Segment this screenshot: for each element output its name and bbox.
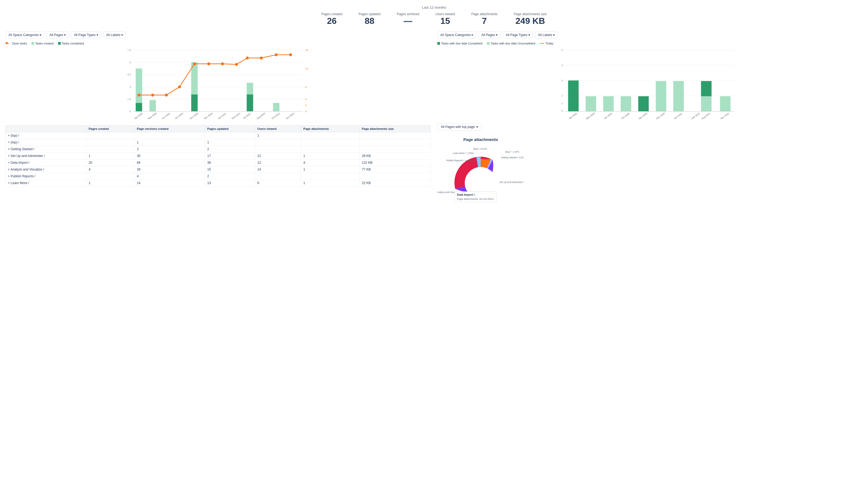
cell-page_versions [134, 132, 205, 139]
left-filter-space-categories[interactable]: All Space Categories ▾ [5, 31, 44, 38]
cell-name: + (top) / [6, 139, 87, 146]
cell-users_viewed [255, 146, 301, 153]
cell-name: + Data Import / [6, 159, 87, 166]
bar-created-may2020 [150, 100, 156, 111]
stat-pages-archived-value: — [397, 16, 420, 26]
right-legend: Tasks with due date Completed Tasks with… [437, 42, 863, 45]
svg-text:Dec 2020: Dec 2020 [656, 112, 665, 120]
bar-created-oct2022 [273, 103, 279, 111]
svg-text:3: 3 [561, 79, 563, 82]
stat-pages-updated-label: Pages updated [359, 12, 380, 16]
pie-dropdown[interactable]: All Pages with top page ▾ [437, 123, 482, 131]
svg-text:Oct 2020: Oct 2020 [621, 112, 630, 120]
pie-label-set-up: Set Up and Administer /: 30.61% [499, 181, 524, 184]
right-filter-space-categories[interactable]: All Space Categories ▾ [437, 31, 476, 38]
rbar-uncomp-nov2022 [720, 96, 731, 111]
svg-text:7.5: 7.5 [127, 48, 131, 52]
right-panel: All Space Categories ▾ All Pages ▾ All P… [437, 31, 863, 216]
pie-chart-svg: Page attachments [437, 135, 524, 216]
stat-page-attachments: Page attachments 7 [471, 12, 497, 26]
dot-nov2022 [289, 54, 292, 56]
left-filter-pages[interactable]: All Pages ▾ [46, 31, 69, 38]
stat-pa-size: Page attachments size 249 KB [514, 12, 547, 26]
legend-due-completed: Tasks with due date Completed [437, 42, 483, 45]
cell-pages_updated: 13 [205, 180, 255, 187]
svg-text:Nov 2020: Nov 2020 [189, 112, 199, 120]
left-chart: 7.5 6 4.5 3 1.5 0 15 12 9 6 3 0 [5, 47, 431, 123]
cell-pages_created [86, 146, 134, 153]
table-row: + Learn More /114136122 KB [6, 180, 431, 187]
svg-text:1: 1 [561, 102, 563, 105]
stat-pages-archived: Pages archived — [397, 12, 420, 26]
cell-name: + Publish Reports / [6, 173, 87, 180]
col-header-users-viewed: Users viewed [255, 126, 301, 132]
legend-tasks-completed: Tasks completed [58, 42, 84, 45]
svg-text:3: 3 [130, 86, 131, 88]
legend-open-tasks: Open tasks [5, 42, 27, 45]
cell-users_viewed [255, 173, 301, 180]
cell-pa_size: 22 KB [360, 180, 431, 187]
cell-page_attachments [301, 139, 360, 146]
stat-pages-created: Pages created 26 [321, 12, 342, 26]
legend-today: Today [539, 42, 553, 45]
dot-nov2020 [193, 62, 196, 65]
cell-pages_created: 1 [86, 180, 134, 187]
svg-text:4.5: 4.5 [127, 73, 131, 76]
right-filter-pages[interactable]: All Pages ▾ [478, 31, 500, 38]
cell-pages_updated [205, 132, 255, 139]
right-chart-svg: 5 4 3 2 0 1 [437, 47, 863, 123]
cell-page_versions: 84 [134, 159, 205, 166]
svg-text:Apr 2020: Apr 2020 [568, 112, 578, 120]
left-filter-page-types[interactable]: All Page Types ▾ [71, 31, 101, 38]
cell-name: + (top) / [6, 132, 87, 139]
cell-pa_size [360, 173, 431, 180]
rbar-uncomp-jan2021 [673, 81, 684, 111]
cell-pa_size [360, 139, 431, 146]
right-filter-labels[interactable]: All Labels ▾ [535, 31, 558, 38]
legend-tasks-created-label: Tasks created [35, 42, 54, 45]
svg-text:1.5: 1.5 [127, 98, 131, 101]
rbar-uncomp-jun2020 [603, 96, 614, 111]
rbar-completed-nov2020 [638, 96, 649, 111]
left-chart-svg: 7.5 6 4.5 3 1.5 0 15 12 9 6 3 0 [5, 47, 431, 123]
cell-pa_size: 28 KB [360, 153, 431, 159]
svg-text:Nov 2022: Nov 2022 [720, 112, 730, 120]
pie-label-top2: (top) /: 1.53% [505, 151, 520, 153]
pie-section: All Pages with top page ▾ Page attachmen… [437, 123, 863, 216]
table-row: + Set Up and Administer /1351712128 KB [6, 153, 431, 159]
svg-text:Jan 2021: Jan 2021 [217, 112, 227, 120]
cell-users_viewed: 14 [255, 166, 301, 173]
svg-text:0: 0 [561, 109, 563, 112]
cell-page_attachments [301, 173, 360, 180]
table-row: + Publish Reports /42 [6, 173, 431, 180]
svg-text:Feb 2021: Feb 2021 [231, 112, 241, 120]
pie-label-publish-reports: Publish Reports /: 4.08% [446, 159, 472, 162]
dot-apr2020 [137, 94, 141, 97]
cell-page_versions: 2 [134, 146, 205, 153]
svg-text:Jan 2021: Jan 2021 [673, 112, 683, 120]
svg-text:Jun 2020: Jun 2020 [603, 112, 613, 120]
dot-aug2022 [260, 56, 263, 59]
pie-row: Page attachments [437, 135, 863, 216]
right-filter-page-types[interactable]: All Page Types ▾ [503, 31, 533, 38]
left-legend: Open tasks Tasks created Tasks completed [5, 42, 431, 45]
svg-text:12: 12 [305, 67, 308, 70]
left-filter-labels[interactable]: All Labels ▾ [103, 31, 126, 38]
cell-pages_created: 4 [86, 166, 134, 173]
dot-jul2022 [246, 56, 249, 59]
col-header-pages-created: Pages created [86, 126, 134, 132]
svg-text:5: 5 [561, 48, 563, 52]
cell-page_attachments [301, 146, 360, 153]
left-filter-bar: All Space Categories ▾ All Pages ▾ All P… [5, 31, 431, 38]
cell-name: + Learn More / [6, 180, 87, 187]
pie-label-getting-started: Getting Started /: 0.51% [501, 156, 524, 159]
tooltip-value: Page attachments: 64 (32.65%) [457, 197, 494, 200]
svg-text:Nov 2022: Nov 2022 [285, 112, 295, 120]
cell-users_viewed: 6 [255, 180, 301, 187]
cell-pa_size [360, 146, 431, 153]
bar-completed-aug2022 [247, 94, 253, 111]
cell-page_attachments: 1 [301, 180, 360, 187]
cell-pages_created: 1 [86, 153, 134, 159]
legend-due-uncompleted-label: Tasks with due date Uncompleted [491, 42, 535, 45]
svg-text:3: 3 [305, 104, 307, 107]
